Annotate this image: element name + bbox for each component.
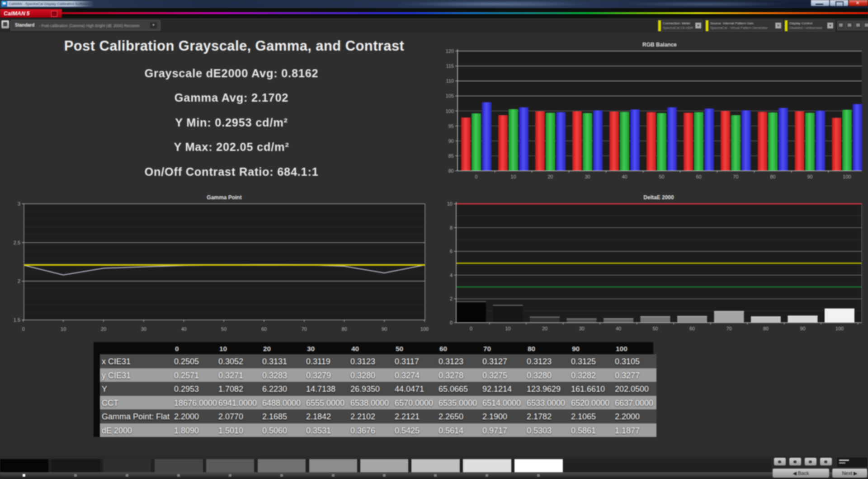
svg-text:6: 6 — [450, 249, 453, 254]
svg-text:20: 20 — [547, 174, 553, 179]
svg-text:100: 100 — [843, 174, 851, 179]
svg-text:0: 0 — [22, 326, 24, 332]
svg-text:100: 100 — [420, 326, 429, 332]
svg-text:90: 90 — [807, 174, 812, 179]
svg-text:60: 60 — [689, 326, 695, 331]
svg-text:1.5: 1.5 — [14, 317, 20, 323]
svg-text:80: 80 — [341, 326, 347, 332]
svg-text:30: 30 — [141, 326, 146, 332]
svg-text:10: 10 — [447, 201, 453, 207]
svg-text:40: 40 — [622, 174, 627, 179]
svg-text:2: 2 — [450, 296, 453, 301]
svg-text:105: 105 — [446, 93, 454, 99]
svg-text:DeltaE 2000: DeltaE 2000 — [643, 194, 674, 201]
svg-text:40: 40 — [616, 326, 621, 331]
svg-text:4: 4 — [450, 272, 453, 278]
svg-text:Gamma Point: Gamma Point — [207, 194, 241, 201]
svg-text:80: 80 — [770, 174, 775, 179]
svg-text:20: 20 — [101, 326, 106, 332]
svg-text:2: 2 — [18, 278, 20, 284]
svg-text:0: 0 — [470, 326, 472, 331]
svg-text:100: 100 — [446, 108, 454, 114]
svg-text:10: 10 — [61, 326, 66, 332]
svg-text:30: 30 — [579, 326, 584, 331]
svg-text:10: 10 — [510, 174, 516, 179]
svg-text:95: 95 — [448, 123, 454, 129]
svg-text:10: 10 — [505, 326, 510, 331]
svg-text:40: 40 — [181, 326, 186, 332]
svg-text:50: 50 — [659, 174, 664, 179]
svg-text:85: 85 — [448, 153, 454, 159]
svg-text:115: 115 — [446, 63, 454, 69]
svg-text:120: 120 — [446, 48, 454, 54]
svg-text:20: 20 — [542, 326, 547, 331]
svg-text:90: 90 — [800, 326, 805, 331]
svg-text:0: 0 — [450, 320, 453, 325]
svg-text:80: 80 — [763, 326, 769, 331]
svg-text:70: 70 — [733, 174, 738, 179]
svg-text:50: 50 — [652, 326, 658, 331]
svg-text:70: 70 — [726, 326, 731, 331]
svg-text:90: 90 — [448, 138, 454, 144]
svg-text:90: 90 — [382, 326, 387, 332]
svg-text:3: 3 — [18, 201, 20, 207]
svg-text:80: 80 — [448, 168, 454, 174]
svg-text:30: 30 — [585, 174, 590, 179]
svg-text:60: 60 — [261, 326, 267, 332]
svg-text:RGB Balance: RGB Balance — [642, 42, 677, 48]
svg-text:110: 110 — [446, 78, 454, 84]
svg-text:100: 100 — [835, 326, 844, 331]
svg-text:2.5: 2.5 — [14, 240, 20, 245]
svg-text:8: 8 — [450, 225, 453, 230]
svg-text:70: 70 — [302, 326, 307, 332]
svg-text:60: 60 — [696, 174, 701, 179]
svg-text:50: 50 — [221, 326, 226, 332]
svg-text:0: 0 — [475, 174, 477, 179]
